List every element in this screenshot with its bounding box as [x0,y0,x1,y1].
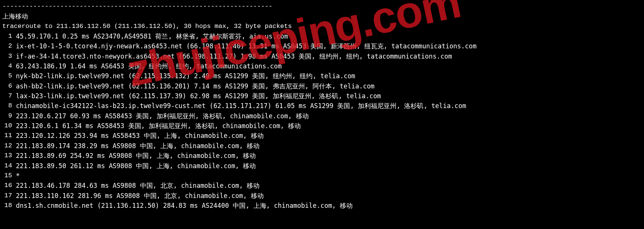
hop-row: 17221.183.110.162 281.96 ms AS9808 中国, 北… [2,191,642,201]
hop-number: 1 [2,31,16,41]
hop-number: 11 [2,131,16,141]
hop-row: 10223.120.6.1 61.34 ms AS58453 美国, 加利福尼亚… [2,121,642,131]
hop-row: 5nyk-bb2-link.ip.twelve99.net (62.115.13… [2,71,642,81]
hop-detail: 221.183.89.69 254.92 ms AS9808 中国, 上海, c… [16,151,256,161]
separator-line: ----------------------------------------… [2,2,642,11]
hop-row: 12221.183.89.174 238.29 ms AS9808 中国, 上海… [2,141,642,151]
hop-detail: if-ae-34-14.tcore3.nto-newyork.as6453.ne… [16,51,452,61]
hop-number: 18 [2,201,16,210]
hop-number: 14 [2,161,16,171]
hop-row: 8chinamobile-ic342122-las-b23.ip.twelve9… [2,101,642,111]
hop-detail: ash-bb2-link.ip.twelve99.net (62.115.136… [16,81,375,91]
hop-number: 6 [2,81,16,91]
hop-number: 12 [2,141,16,151]
hop-number: 9 [2,111,16,121]
hop-number: 8 [2,101,16,111]
hop-detail: 221.183.89.50 261.12 ms AS9808 中国, 上海, c… [16,161,256,171]
hop-row: 14221.183.89.50 261.12 ms AS9808 中国, 上海,… [2,161,642,171]
hop-number: 13 [2,151,16,161]
hop-row: 2ix-et-10-1-5-0.tcore4.njy-newark.as6453… [2,41,642,51]
hop-detail: 223.120.6.1 61.34 ms AS58453 美国, 加利福尼亚州,… [16,121,301,131]
hop-detail: ix-et-10-1-5-0.tcore4.njy-newark.as6453.… [16,41,476,51]
hop-number: 10 [2,121,16,131]
hop-list: 145.59.170.1 0.25 ms AS23470,AS49581 荷兰,… [2,31,642,210]
hop-detail: nyk-bb2-link.ip.twelve99.net (62.115.135… [16,71,355,81]
hop-detail: 63.243.186.19 1.64 ms AS6453 美国, 纽约州, 纽约… [16,61,282,71]
hop-row: 6ash-bb2-link.ip.twelve99.net (62.115.13… [2,81,642,91]
hop-row: 13221.183.89.69 254.92 ms AS9808 中国, 上海,… [2,151,642,161]
hop-detail: lax-b23-link.ip.twelve99.net (62.115.137… [16,91,381,101]
hop-number: 17 [2,191,16,201]
hop-detail: dns1.sh.cnmobile.net (211.136.112.50) 28… [16,201,353,210]
hop-detail: 221.183.110.162 281.96 ms AS9808 中国, 北京,… [16,191,264,201]
hop-row: 11223.120.12.126 253.94 ms AS58453 中国, 上… [2,131,642,141]
hop-row: 7lax-b23-link.ip.twelve99.net (62.115.13… [2,91,642,101]
hop-number: 7 [2,91,16,101]
hop-number: 4 [2,61,16,71]
hop-detail: 223.120.12.126 253.94 ms AS58453 中国, 上海,… [16,131,264,141]
hop-row: 18dns1.sh.cnmobile.net (211.136.112.50) … [2,201,642,210]
traceroute-title: 上海移动 [2,11,642,21]
hop-row: 3if-ae-34-14.tcore3.nto-newyork.as6453.n… [2,51,642,61]
hop-detail: 221.183.46.178 284.63 ms AS9808 中国, 北京, … [16,181,260,190]
hop-row: 9223.120.6.217 60.93 ms AS58453 美国, 加利福尼… [2,111,642,121]
hop-number: 15 [2,171,16,181]
hop-number: 5 [2,71,16,81]
hop-detail: 223.120.6.217 60.93 ms AS58453 美国, 加利福尼亚… [16,111,309,121]
hop-detail: * [16,171,20,181]
hop-detail: 221.183.89.174 238.29 ms AS9808 中国, 上海, … [16,141,260,151]
hop-number: 16 [2,181,16,190]
hop-number: 2 [2,41,16,51]
hop-number: 3 [2,51,16,61]
hop-row: 16221.183.46.178 284.63 ms AS9808 中国, 北京… [2,181,642,190]
hop-row: 15* [2,171,642,181]
hop-row: 145.59.170.1 0.25 ms AS23470,AS49581 荷兰,… [2,31,642,41]
hop-row: 463.243.186.19 1.64 ms AS6453 美国, 纽约州, 纽… [2,61,642,71]
hop-detail: chinamobile-ic342122-las-b23.ip.twelve99… [16,101,466,111]
traceroute-header: traceroute to 211.136.112.50 (211.136.11… [2,22,642,31]
hop-detail: 45.59.170.1 0.25 ms AS23470,AS49581 荷兰, … [16,31,288,41]
